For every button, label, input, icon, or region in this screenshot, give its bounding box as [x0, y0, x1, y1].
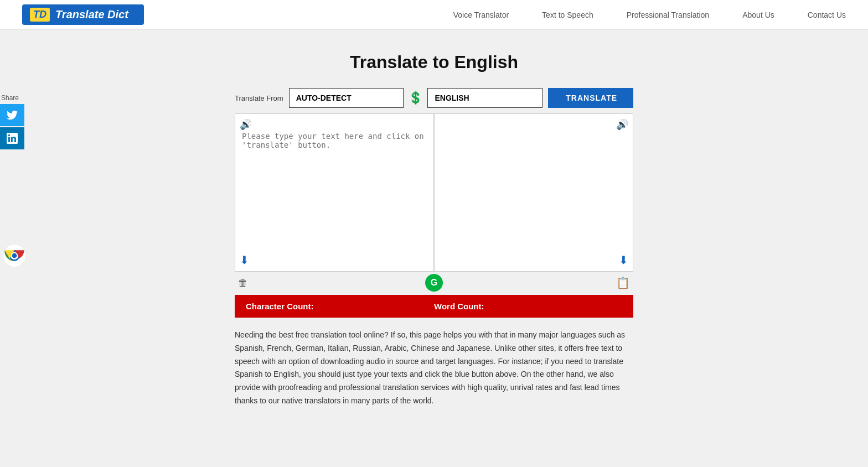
main-content: Translate to English Translate From 💲 TR… [0, 30, 868, 419]
target-speaker-icon[interactable]: 🔊 [616, 118, 628, 131]
textareas-row: 🔊 ⬇ 🔊 ⬇ [235, 113, 633, 272]
svg-point-4 [12, 253, 17, 258]
nav-voice-translator[interactable]: Voice Translator [453, 11, 509, 19]
swap-languages-button[interactable]: 💲 [404, 91, 427, 105]
nav-professional-translation[interactable]: Professional Translation [627, 11, 709, 19]
bottom-toolbar: 🗑 G 📋 [235, 273, 633, 293]
source-speaker-icon[interactable]: 🔊 [240, 118, 252, 131]
share-linkedin-button[interactable] [0, 127, 24, 149]
source-language-input[interactable] [289, 88, 404, 108]
chrome-icon [2, 243, 27, 268]
copy-translation-button[interactable]: 📋 [616, 276, 630, 289]
word-count-label: Word Count: [434, 302, 622, 311]
swap-icon: 💲 [408, 91, 423, 105]
share-twitter-button[interactable] [0, 104, 24, 126]
source-download-icon[interactable]: ⬇ [240, 253, 249, 267]
source-textarea-container: 🔊 ⬇ [235, 113, 434, 272]
description-text: Needing the best free translation tool o… [235, 329, 633, 408]
translate-from-label: Translate From [235, 94, 283, 102]
character-count-label: Character Count: [246, 302, 434, 311]
source-textarea[interactable] [235, 114, 433, 269]
translate-controls: Translate From 💲 TRANSLATE [235, 88, 633, 108]
target-language-input[interactable] [427, 88, 542, 108]
nav-text-to-speech[interactable]: Text to Speech [542, 11, 593, 19]
share-label: Share [0, 94, 24, 102]
main-nav: Voice Translator Text to Speech Professi… [453, 11, 846, 19]
clear-text-button[interactable]: 🗑 [238, 277, 248, 289]
target-download-icon[interactable]: ⬇ [619, 253, 628, 267]
logo-text: Translate Dict [55, 8, 128, 21]
header: TD Translate Dict Voice Translator Text … [0, 0, 868, 30]
twitter-icon [7, 110, 18, 121]
count-bar: Character Count: Word Count: [235, 295, 633, 318]
nav-about-us[interactable]: About Us [742, 11, 774, 19]
translate-button[interactable]: TRANSLATE [548, 88, 633, 108]
nav-contact-us[interactable]: Contact Us [808, 11, 846, 19]
target-textarea-container: 🔊 ⬇ [434, 113, 633, 272]
target-textarea[interactable] [435, 114, 633, 269]
logo-icon: TD [30, 8, 50, 22]
page-title: Translate to English [350, 52, 518, 72]
share-sidebar: Share [0, 94, 24, 151]
logo[interactable]: TD Translate Dict [22, 4, 144, 25]
linkedin-icon [7, 133, 18, 144]
grammarly-button[interactable]: G [425, 274, 443, 292]
